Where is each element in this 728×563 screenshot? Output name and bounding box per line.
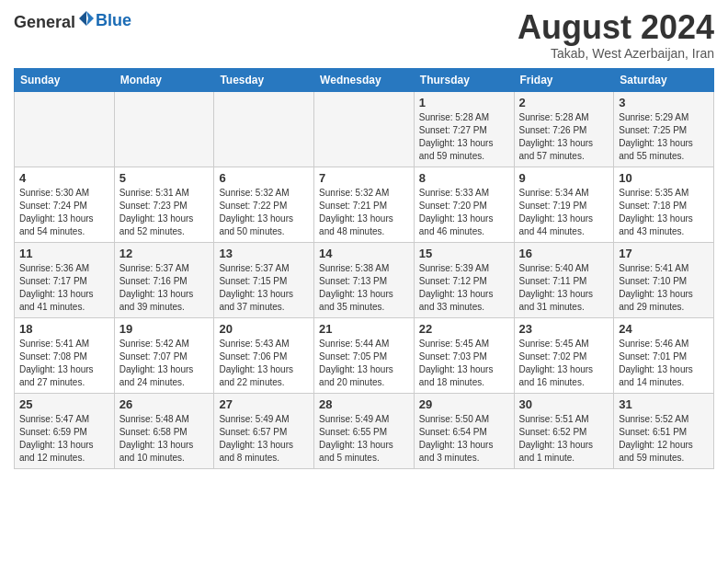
logo-icon: [77, 9, 96, 28]
calendar-table: SundayMondayTuesdayWednesdayThursdayFrid…: [14, 68, 714, 469]
location-subtitle: Takab, West Azerbaijan, Iran: [518, 46, 714, 61]
day-header-thursday: Thursday: [414, 68, 514, 91]
day-info: Sunrise: 5:38 AM Sunset: 7:13 PM Dayligh…: [319, 262, 409, 314]
day-info: Sunrise: 5:32 AM Sunset: 7:21 PM Dayligh…: [319, 187, 409, 238]
day-number: 15: [419, 247, 509, 260]
calendar-cell: 20Sunrise: 5:43 AM Sunset: 7:06 PM Dayli…: [214, 317, 314, 393]
calendar-cell: 8Sunrise: 5:33 AM Sunset: 7:20 PM Daylig…: [414, 167, 514, 242]
calendar-cell: [114, 91, 214, 167]
calendar-cell: 5Sunrise: 5:31 AM Sunset: 7:23 PM Daylig…: [114, 167, 214, 242]
day-info: Sunrise: 5:49 AM Sunset: 6:55 PM Dayligh…: [319, 413, 409, 465]
day-number: 25: [19, 397, 109, 411]
calendar-cell: 18Sunrise: 5:41 AM Sunset: 7:08 PM Dayli…: [15, 317, 115, 393]
calendar-cell: 16Sunrise: 5:40 AM Sunset: 7:11 PM Dayli…: [514, 242, 614, 317]
day-number: 21: [319, 322, 409, 336]
day-info: Sunrise: 5:45 AM Sunset: 7:02 PM Dayligh…: [519, 338, 609, 389]
day-number: 24: [619, 322, 709, 336]
calendar-cell: 7Sunrise: 5:32 AM Sunset: 7:21 PM Daylig…: [314, 167, 415, 242]
day-info: Sunrise: 5:31 AM Sunset: 7:23 PM Dayligh…: [119, 187, 210, 238]
calendar-cell: 25Sunrise: 5:47 AM Sunset: 6:59 PM Dayli…: [15, 393, 115, 468]
day-info: Sunrise: 5:48 AM Sunset: 6:58 PM Dayligh…: [119, 413, 210, 465]
day-number: 1: [419, 96, 509, 109]
logo: General Blue: [14, 9, 131, 32]
day-number: 8: [419, 171, 509, 185]
day-number: 11: [19, 247, 109, 260]
day-info: Sunrise: 5:46 AM Sunset: 7:01 PM Dayligh…: [619, 338, 709, 389]
day-info: Sunrise: 5:44 AM Sunset: 7:05 PM Dayligh…: [319, 338, 409, 389]
day-number: 5: [119, 171, 210, 185]
day-info: Sunrise: 5:41 AM Sunset: 7:10 PM Dayligh…: [619, 262, 709, 314]
calendar-week-row: 25Sunrise: 5:47 AM Sunset: 6:59 PM Dayli…: [15, 393, 714, 468]
day-number: 30: [519, 397, 609, 411]
day-number: 19: [119, 322, 210, 336]
day-number: 9: [519, 171, 609, 185]
calendar-cell: 2Sunrise: 5:28 AM Sunset: 7:26 PM Daylig…: [514, 91, 614, 167]
calendar-week-row: 4Sunrise: 5:30 AM Sunset: 7:24 PM Daylig…: [15, 167, 714, 242]
day-number: 31: [619, 397, 709, 411]
day-info: Sunrise: 5:41 AM Sunset: 7:08 PM Dayligh…: [19, 338, 109, 389]
day-number: 18: [19, 322, 109, 336]
day-info: Sunrise: 5:40 AM Sunset: 7:11 PM Dayligh…: [519, 262, 609, 314]
day-info: Sunrise: 5:28 AM Sunset: 7:26 PM Dayligh…: [519, 111, 609, 163]
calendar-header-row: SundayMondayTuesdayWednesdayThursdayFrid…: [15, 68, 714, 91]
day-number: 23: [519, 322, 609, 336]
calendar-cell: 17Sunrise: 5:41 AM Sunset: 7:10 PM Dayli…: [614, 242, 714, 317]
day-header-tuesday: Tuesday: [214, 68, 314, 91]
calendar-cell: 13Sunrise: 5:37 AM Sunset: 7:15 PM Dayli…: [214, 242, 314, 317]
calendar-cell: 24Sunrise: 5:46 AM Sunset: 7:01 PM Dayli…: [614, 317, 714, 393]
day-header-wednesday: Wednesday: [314, 68, 415, 91]
day-header-sunday: Sunday: [15, 68, 115, 91]
calendar-cell: 31Sunrise: 5:52 AM Sunset: 6:51 PM Dayli…: [614, 393, 714, 468]
calendar-cell: 23Sunrise: 5:45 AM Sunset: 7:02 PM Dayli…: [514, 317, 614, 393]
day-number: 22: [419, 322, 509, 336]
calendar-cell: 6Sunrise: 5:32 AM Sunset: 7:22 PM Daylig…: [214, 167, 314, 242]
day-info: Sunrise: 5:50 AM Sunset: 6:54 PM Dayligh…: [419, 413, 509, 465]
calendar-cell: [314, 91, 415, 167]
day-info: Sunrise: 5:47 AM Sunset: 6:59 PM Dayligh…: [19, 413, 109, 465]
day-number: 7: [319, 171, 409, 185]
day-number: 20: [219, 322, 309, 336]
calendar-cell: [214, 91, 314, 167]
calendar-cell: 3Sunrise: 5:29 AM Sunset: 7:25 PM Daylig…: [614, 91, 714, 167]
day-info: Sunrise: 5:43 AM Sunset: 7:06 PM Dayligh…: [219, 338, 309, 389]
day-info: Sunrise: 5:52 AM Sunset: 6:51 PM Dayligh…: [619, 413, 709, 465]
day-info: Sunrise: 5:35 AM Sunset: 7:18 PM Dayligh…: [619, 187, 709, 238]
day-info: Sunrise: 5:30 AM Sunset: 7:24 PM Dayligh…: [19, 187, 109, 238]
day-number: 27: [219, 397, 309, 411]
day-info: Sunrise: 5:51 AM Sunset: 6:52 PM Dayligh…: [519, 413, 609, 465]
day-number: 14: [319, 247, 409, 260]
day-number: 6: [219, 171, 309, 185]
svg-marker-0: [86, 11, 94, 26]
calendar-week-row: 1Sunrise: 5:28 AM Sunset: 7:27 PM Daylig…: [15, 91, 714, 167]
day-number: 26: [119, 397, 210, 411]
calendar-cell: 15Sunrise: 5:39 AM Sunset: 7:12 PM Dayli…: [414, 242, 514, 317]
day-info: Sunrise: 5:37 AM Sunset: 7:15 PM Dayligh…: [219, 262, 309, 314]
calendar-cell: 26Sunrise: 5:48 AM Sunset: 6:58 PM Dayli…: [114, 393, 214, 468]
calendar-cell: 1Sunrise: 5:28 AM Sunset: 7:27 PM Daylig…: [414, 91, 514, 167]
day-info: Sunrise: 5:28 AM Sunset: 7:27 PM Dayligh…: [419, 111, 509, 163]
day-info: Sunrise: 5:29 AM Sunset: 7:25 PM Dayligh…: [619, 111, 709, 163]
day-info: Sunrise: 5:37 AM Sunset: 7:16 PM Dayligh…: [119, 262, 210, 314]
day-number: 17: [619, 247, 709, 260]
logo-text-general: General: [14, 13, 75, 31]
day-info: Sunrise: 5:34 AM Sunset: 7:19 PM Dayligh…: [519, 187, 609, 238]
day-info: Sunrise: 5:33 AM Sunset: 7:20 PM Dayligh…: [419, 187, 509, 238]
calendar-week-row: 11Sunrise: 5:36 AM Sunset: 7:17 PM Dayli…: [15, 242, 714, 317]
logo-text-blue: Blue: [96, 11, 131, 30]
calendar-cell: 29Sunrise: 5:50 AM Sunset: 6:54 PM Dayli…: [414, 393, 514, 468]
day-info: Sunrise: 5:49 AM Sunset: 6:57 PM Dayligh…: [219, 413, 309, 465]
day-number: 4: [19, 171, 109, 185]
day-number: 2: [519, 96, 609, 109]
calendar-cell: 22Sunrise: 5:45 AM Sunset: 7:03 PM Dayli…: [414, 317, 514, 393]
day-info: Sunrise: 5:42 AM Sunset: 7:07 PM Dayligh…: [119, 338, 210, 389]
calendar-cell: 21Sunrise: 5:44 AM Sunset: 7:05 PM Dayli…: [314, 317, 415, 393]
day-header-saturday: Saturday: [614, 68, 714, 91]
day-number: 13: [219, 247, 309, 260]
calendar-cell: 14Sunrise: 5:38 AM Sunset: 7:13 PM Dayli…: [314, 242, 415, 317]
calendar-cell: 9Sunrise: 5:34 AM Sunset: 7:19 PM Daylig…: [514, 167, 614, 242]
day-number: 10: [619, 171, 709, 185]
day-number: 28: [319, 397, 409, 411]
calendar-cell: 27Sunrise: 5:49 AM Sunset: 6:57 PM Dayli…: [214, 393, 314, 468]
day-number: 29: [419, 397, 509, 411]
day-header-friday: Friday: [514, 68, 614, 91]
